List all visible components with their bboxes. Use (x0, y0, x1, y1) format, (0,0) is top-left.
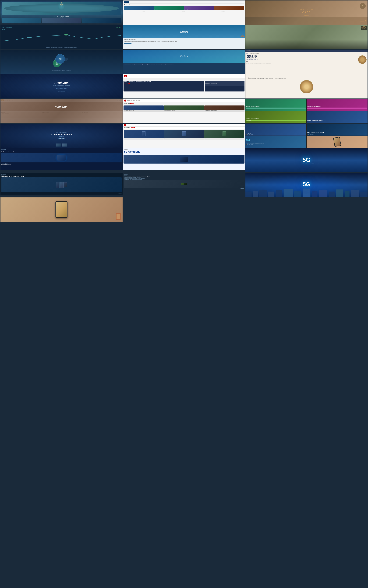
pubs-view-all[interactable]: VIEW ALL (131, 127, 135, 128)
amp-brand-subtitle: Offering a complete end to end Optics So… (53, 85, 70, 86)
dc-boards (56, 182, 67, 188)
main-grid: Lantau Yacht Club Hong Kong DBRC dbl Tim… (0, 0, 368, 222)
cusef-header: G WHO WE ARE WHAT WE DO CUSEF TODAY (123, 74, 245, 78)
svg-rect-17 (276, 190, 282, 197)
cusef-mini-1-text: Conference on U.S.-China Infrastructure … (205, 83, 217, 84)
amp112-learn-more-btn[interactable]: Learn More (58, 138, 65, 139)
cusef-mini-2-text: 10th MRC's Presidential Delegation to Ch… (205, 89, 218, 89)
svg-rect-20 (303, 189, 310, 197)
explore-button[interactable]: FIND OUT MORE (124, 43, 131, 45)
climate-badge[interactable]: CLIMATE CHANGE? (246, 108, 306, 109)
porc-nav-research[interactable]: 研究計劃 (255, 53, 259, 54)
explore-cta[interactable]: FIND OUT MORE (123, 42, 245, 45)
hand-shape (117, 214, 120, 219)
alloc-circles: AsianEquities AsianFixedIncome (52, 53, 71, 69)
tablet-food-card (0, 198, 123, 222)
5g-city-caption: The future of sound is at our fingertips… (288, 163, 325, 164)
investor-top-card: What our investors doing on... CLIMATE C… (245, 99, 368, 123)
dc2-feature-1: • Reduced connector size while maintaini… (124, 177, 244, 178)
investor-slavery-cell[interactable]: What our investors doing on... MODERN SL… (307, 99, 368, 111)
app-cat-2[interactable]: Renewable Energy (154, 6, 184, 10)
prog-1-img (123, 106, 164, 110)
nav-businesses[interactable]: OUR BUSINESSES (144, 2, 149, 2)
cusef-nav-today[interactable]: CUSEF TODAY (137, 76, 141, 76)
ritz-interior-card: Oi! MICHELIN PLATE 米芝蓮推介 2018 (245, 25, 368, 49)
pub-1-title: U.S.-Sino Relations in the Arctic (124, 138, 164, 140)
amp112-prod-1 (56, 144, 61, 146)
pubs-header-row: G WHO WE ARE · WHAT WE DO · CUSEF TODAY (123, 124, 245, 127)
nav-resources[interactable]: RESOURCES (139, 2, 143, 2)
yacht-thumb-1[interactable]: DBRC (2, 18, 41, 23)
porc2-bg: 背景 (248, 77, 365, 78)
porc-nav-home[interactable]: 主頁 (246, 53, 248, 54)
footer-newsletter[interactable]: NEWSLETTER (221, 11, 225, 12)
explore2-title: Explore (180, 55, 188, 58)
tablet-screen-img (334, 137, 341, 146)
rebal-subtitle: rebalancing the portfolio when one asset… (0, 47, 123, 48)
cusef-nav-who[interactable]: WHO WE ARE (128, 76, 132, 76)
tw-icon[interactable]: ✕ (366, 50, 367, 51)
fb-icon[interactable]: f (365, 50, 365, 51)
cusef-nav-what[interactable]: WHAT WE DO (132, 76, 136, 76)
nav-apps[interactable]: APPLICATIONS (135, 2, 139, 2)
rebal-title-row: Active Rebalancing Sell HIGH (2, 27, 121, 28)
amp112-prod-2 (62, 144, 67, 146)
slavery-badge[interactable]: MODERN SLAVERY? (307, 108, 367, 109)
investor-climate-text: What our investors doing on... (246, 106, 306, 107)
investor-biodiversity-cell[interactable]: What our investors doing on... BIODIVERS… (245, 111, 306, 123)
cusef-mini-2[interactable]: 10th MRC's Presidential Delegation to Ch… (205, 86, 245, 91)
investor-climate-cell[interactable]: What our investors doing on... CLIMATE C… (245, 99, 306, 111)
porc2-content: 背景 關於這個項目的目的,我們希望通過口述歷史的方式,記錄香港彩瓷工藝的傳承與發… (247, 76, 366, 94)
cusef2-prog-3[interactable]: US State and Local Officials Delegation … (204, 106, 245, 112)
biodiversity-badge[interactable]: BIODIVERSITY? (246, 120, 306, 121)
yacht-thumb-2[interactable]: dbl Time (42, 18, 81, 23)
cat-label-4: Automotive (215, 9, 218, 10)
cusef2-prog-2[interactable]: 29 on 40: An Interview with Jimmy Carter (164, 106, 204, 112)
first-sentier-2: ⬛ First Sentier 首源投資 (307, 109, 367, 110)
investor-bottom-card: Do you know... ⬛ First Sentier 首源投資 Why … (245, 124, 368, 148)
svg-rect-23 (329, 191, 335, 197)
inv-fs-1: ⬛ First Sentier 首源投資 (246, 134, 306, 135)
porc-bg-text: 關於這個項目的目的,我們希望通過口述歷史記錄香港彩瓷工藝的傳承與發展。 (246, 63, 357, 63)
programs-cta[interactable]: VIEW ALL (130, 103, 134, 104)
porc-nav: 主頁 | 本會簡介 | 研究計劃 (245, 52, 368, 54)
dc2-conn-2 (184, 183, 187, 185)
pub-item-1[interactable]: U.S.-Sino Relations in the Arctic (124, 130, 164, 140)
pub-item-2[interactable]: Publication 2 (164, 130, 204, 140)
investor-slavery-text: What our investors doing on... (307, 106, 367, 107)
cat-label-3: Internet of Things (184, 9, 189, 10)
app-cat-4[interactable]: Automotive (214, 6, 244, 10)
cusef-mini-1[interactable]: Conference on U.S.-China Infrastructure … (205, 81, 245, 86)
investor-responsible-cell[interactable]: We drive responsible investment ⬛ First … (307, 111, 368, 123)
footer-support[interactable]: SUPPORT (142, 11, 145, 12)
dc-app-label: Application (1, 174, 122, 175)
explore-subtitle-text: Explore Hong Kong's Oasis (123, 38, 245, 41)
svg-rect-16 (268, 191, 274, 197)
svg-rect-14 (253, 191, 258, 197)
5g-caption-text: The future of sound is at our fingertips… (269, 188, 344, 189)
app-cat-1[interactable]: Industry 4.0 (124, 6, 154, 10)
app-cat-3[interactable]: Internet of Things (184, 6, 214, 10)
pub-item-3[interactable]: Publication 3 (204, 130, 244, 140)
porc-header-text: 香港彩瓷研究協會 (246, 50, 252, 51)
footer-follow[interactable]: FOLLOW US (182, 11, 185, 12)
intro5g-img (123, 155, 245, 163)
cusef-today-header: CUSEF TODAY (123, 78, 245, 80)
porc-nav-about[interactable]: 本會簡介 (250, 53, 254, 54)
pubs-section-title: PUBLICATIONS VIEW ALL (123, 127, 245, 129)
inv-trillion-desc: Plastic macrofibres released in to the o… (246, 143, 306, 144)
cusef-main-event[interactable]: 10th U.S. – China High-Level Political P… (123, 81, 204, 91)
inv-9t-cell[interactable]: Do you know... ⬛ First Sentier 首源投資 (245, 124, 306, 136)
explore2-body: Further another side to Hong Kong in thi… (123, 63, 245, 65)
explore2-hero: Explore (123, 50, 245, 63)
intro5g-subtitle: Connector Solutions Engineered to Empowe… (123, 153, 245, 155)
dc2-feature-3: • Highly reliable dual beam contact syst… (124, 179, 244, 180)
dc-title-text: Data Center Server Storage Main Board (1, 176, 122, 177)
porc-header-icons: f ✕ (365, 50, 367, 51)
yacht-thumb-3[interactable]: Ice Rink (82, 18, 121, 23)
nav-products[interactable]: OUR PRODUCTS (129, 2, 134, 2)
porc-text-block: 香港彩瓷 口述歷史研究計劃 背景 關於這個項目的目的,我們希望通過口述歷史記錄香… (246, 55, 357, 63)
inv-trillion-cell[interactable]: 9.4 TRILLION Plastic macrofibres release… (245, 136, 306, 148)
cusef2-prog-1[interactable]: Johns Hopkins SAIS China Forum 2017 (123, 106, 164, 112)
inv-why-cell[interactable]: Why is it important to us? ⬛ First Senti… (307, 124, 368, 136)
